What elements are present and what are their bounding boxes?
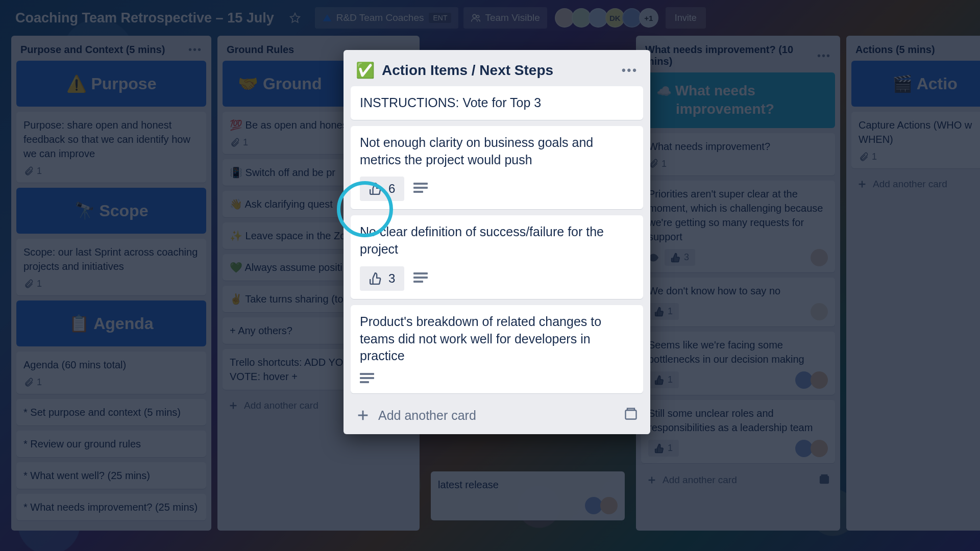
thumbs-up-icon [369, 182, 382, 195]
description-icon [360, 373, 374, 385]
vote-count: 3 [388, 271, 395, 286]
vote-count: 6 [388, 182, 395, 196]
popup-emoji: ✅ [356, 61, 375, 79]
description-icon [413, 272, 428, 285]
plus-icon [356, 408, 370, 422]
template-icon[interactable] [624, 407, 638, 424]
vote-badge[interactable]: 3 [360, 266, 404, 291]
popup-menu-button[interactable]: ••• [622, 64, 638, 77]
card-text: INSTRUCTIONS: Vote for Top 3 [360, 94, 634, 112]
card[interactable]: Product's breakdown of related changes t… [351, 305, 643, 393]
card-text: Product's breakdown of related changes t… [360, 313, 634, 365]
popup-title[interactable]: Action Items / Next Steps [382, 62, 622, 79]
add-card-button[interactable]: Add another card [351, 399, 643, 427]
card[interactable]: Not enough clarity on business goals and… [351, 126, 643, 210]
svg-rect-5 [626, 410, 636, 419]
description-icon [413, 183, 428, 195]
card-text: Not enough clarity on business goals and… [360, 134, 634, 169]
vote-badge[interactable]: 6 [360, 177, 404, 201]
svg-rect-6 [627, 409, 634, 411]
card[interactable]: No clear definition of success/failure f… [351, 215, 643, 299]
list-popup: ✅ Action Items / Next Steps ••• INSTRUCT… [344, 50, 650, 434]
card[interactable]: INSTRUCTIONS: Vote for Top 3 [351, 86, 643, 120]
card-text: No clear definition of success/failure f… [360, 223, 634, 258]
thumbs-up-icon [369, 272, 382, 285]
